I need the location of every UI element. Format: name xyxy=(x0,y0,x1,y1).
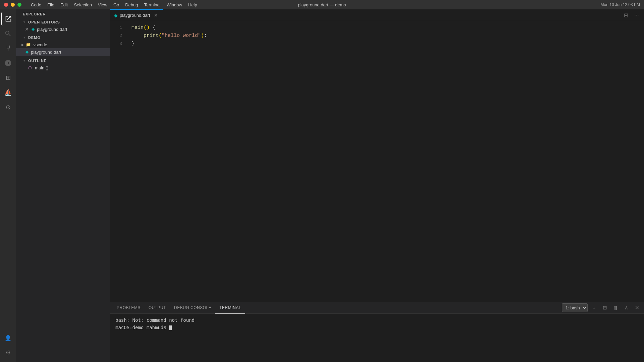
code-line-2: print("hello world"); xyxy=(131,32,644,40)
tab-playground-dart[interactable]: ◆ playground.dart ✕ xyxy=(110,9,163,21)
line-num-3: 3 xyxy=(110,40,126,48)
code-line-1: main() { xyxy=(131,24,644,32)
line-num-1: 1 xyxy=(110,24,126,32)
token-main-fn: main xyxy=(131,25,144,31)
token-brace-close: } xyxy=(131,41,135,47)
menu-selection[interactable]: Selection xyxy=(71,2,94,8)
outline-label: OUTLINE xyxy=(28,59,47,63)
terminal-line-2: macOS:demo mahmud$ xyxy=(115,324,639,331)
main-area: ◆ playground.dart ✕ ⊟ ··· 1 2 3 main() { xyxy=(110,9,644,362)
remote-explorer-icon[interactable]: ⊙ xyxy=(1,101,15,114)
panel-actions: 1: bash + ⊟ 🗑 ∧ ✕ xyxy=(562,303,641,312)
outline-main-item[interactable]: ⬡ main () xyxy=(16,64,110,71)
docker-activity-icon[interactable]: ⛵ xyxy=(1,86,15,99)
split-editor-button[interactable]: ⊟ xyxy=(621,10,631,20)
line-numbers: 1 2 3 xyxy=(110,21,126,302)
debug-activity-icon[interactable] xyxy=(1,56,15,70)
menu-go[interactable]: Go xyxy=(111,2,122,8)
maximize-panel-button[interactable]: ∧ xyxy=(622,303,631,312)
menubar: Code File Edit Selection View Go Debug T… xyxy=(28,2,200,8)
account-icon[interactable]: 👤 xyxy=(1,331,15,345)
menu-debug[interactable]: Debug xyxy=(122,2,141,8)
explorer-label: EXPLORER xyxy=(23,12,46,16)
tab-debug-console[interactable]: DEBUG CONSOLE xyxy=(170,302,215,314)
tab-close-button[interactable]: ✕ xyxy=(153,13,159,18)
outline-main-label: main () xyxy=(35,65,48,70)
explorer-header[interactable]: EXPLORER xyxy=(16,9,110,17)
code-line-3: } xyxy=(131,40,644,48)
open-editors-header[interactable]: ▼ OPEN EDITORS xyxy=(16,17,110,25)
playground-dart-icon: ◆ xyxy=(24,49,30,55)
token-print-paren-close: ) xyxy=(201,33,204,39)
tab-label: playground.dart xyxy=(120,13,150,18)
minimize-button[interactable] xyxy=(11,3,15,7)
token-string: "hello world" xyxy=(162,33,201,39)
tab-terminal[interactable]: TERMINAL xyxy=(215,302,245,314)
menu-edit[interactable]: Edit xyxy=(58,2,70,8)
menu-window[interactable]: Window xyxy=(164,2,185,8)
activity-bar-bottom: 👤 ⚙ xyxy=(1,331,15,362)
token-print-paren-open: ( xyxy=(159,33,162,39)
close-panel-button[interactable]: ✕ xyxy=(633,303,641,312)
window-title: playground.dart — demo xyxy=(298,2,346,7)
terminal-content[interactable]: bash: Not: command not found macOS:demo … xyxy=(110,314,644,362)
demo-folder-label: DEMO xyxy=(28,36,41,40)
search-activity-icon[interactable] xyxy=(1,27,15,40)
terminal-line-1: bash: Not: command not found xyxy=(115,316,639,324)
app-container: ⑂ ⊞ ⛵ ⊙ 👤 ⚙ EXPLORER ▼ OPEN EDITORS ✕ ◆ … xyxy=(0,9,644,362)
open-editors-label: OPEN EDITORS xyxy=(28,20,60,24)
tab-dart-icon: ◆ xyxy=(114,13,118,18)
settings-icon[interactable]: ⚙ xyxy=(1,346,15,359)
close-file-icon[interactable]: ✕ xyxy=(24,26,30,32)
token-parens: () xyxy=(144,25,150,31)
source-control-activity-icon[interactable]: ⑂ xyxy=(1,42,15,55)
vscode-folder-label: .vscode xyxy=(32,42,47,47)
explorer-activity-icon[interactable] xyxy=(1,12,15,25)
close-button[interactable] xyxy=(4,3,8,7)
outline-symbol-icon: ⬡ xyxy=(27,65,33,71)
tab-problems[interactable]: PROBLEMS xyxy=(113,302,145,314)
tab-bar-actions: ⊟ ··· xyxy=(621,9,644,21)
demo-folder-header[interactable]: ▼ DEMO xyxy=(16,33,110,41)
code-content[interactable]: main() { print("hello world"); } xyxy=(126,21,644,302)
more-actions-button[interactable]: ··· xyxy=(632,10,641,20)
dart-file-icon: ◆ xyxy=(30,26,36,32)
traffic-lights xyxy=(4,3,21,7)
tab-output[interactable]: OUTPUT xyxy=(145,302,170,314)
token-print-fn: print xyxy=(144,33,159,39)
line-num-2: 2 xyxy=(110,32,126,40)
bottom-panel: PROBLEMS OUTPUT DEBUG CONSOLE TERMINAL 1… xyxy=(110,302,644,362)
menu-file[interactable]: File xyxy=(45,2,57,8)
titlebar-right: Mon 10 Jun 12:03 PM xyxy=(601,2,640,7)
outline-header[interactable]: ▼ OUTLINE xyxy=(16,56,110,64)
new-terminal-button[interactable]: + xyxy=(590,303,598,312)
maximize-button[interactable] xyxy=(17,3,21,7)
token-brace-open: { xyxy=(150,25,156,31)
shell-selector[interactable]: 1: bash xyxy=(562,303,588,312)
token-indent xyxy=(131,33,144,39)
datetime-label: Mon 10 Jun 12:03 PM xyxy=(601,2,640,7)
menu-view[interactable]: View xyxy=(95,2,110,8)
activity-bar: ⑂ ⊞ ⛵ ⊙ 👤 ⚙ xyxy=(0,9,16,362)
open-editor-filename: playground.dart xyxy=(37,27,67,32)
extensions-activity-icon[interactable]: ⊞ xyxy=(1,71,15,84)
split-terminal-button[interactable]: ⊟ xyxy=(600,303,609,312)
menu-help[interactable]: Help xyxy=(185,2,200,8)
tab-bar: ◆ playground.dart ✕ ⊟ ··· xyxy=(110,9,644,21)
editor[interactable]: 1 2 3 main() { print("hello world"); } xyxy=(110,21,644,302)
outline-section: ▼ OUTLINE ⬡ main () xyxy=(16,56,110,71)
titlebar: Code File Edit Selection View Go Debug T… xyxy=(0,0,644,9)
open-editor-playground-dart[interactable]: ✕ ◆ playground.dart xyxy=(16,25,110,33)
menu-terminal[interactable]: Terminal xyxy=(142,2,163,8)
folder-icon: 📁 xyxy=(25,42,31,47)
playground-dart-label: playground.dart xyxy=(31,50,61,55)
delete-terminal-button[interactable]: 🗑 xyxy=(611,303,620,312)
playground-dart-item[interactable]: ◆ playground.dart xyxy=(16,48,110,56)
panel-tabs: PROBLEMS OUTPUT DEBUG CONSOLE TERMINAL 1… xyxy=(110,302,644,314)
terminal-cursor xyxy=(169,325,172,330)
token-semicolon: ; xyxy=(204,33,207,39)
terminal-prompt: macOS:demo mahmud$ xyxy=(115,325,169,330)
sidebar: EXPLORER ▼ OPEN EDITORS ✕ ◆ playground.d… xyxy=(16,9,110,362)
menu-code[interactable]: Code xyxy=(28,2,44,8)
vscode-folder-item[interactable]: ▶ 📁 .vscode xyxy=(16,41,110,48)
